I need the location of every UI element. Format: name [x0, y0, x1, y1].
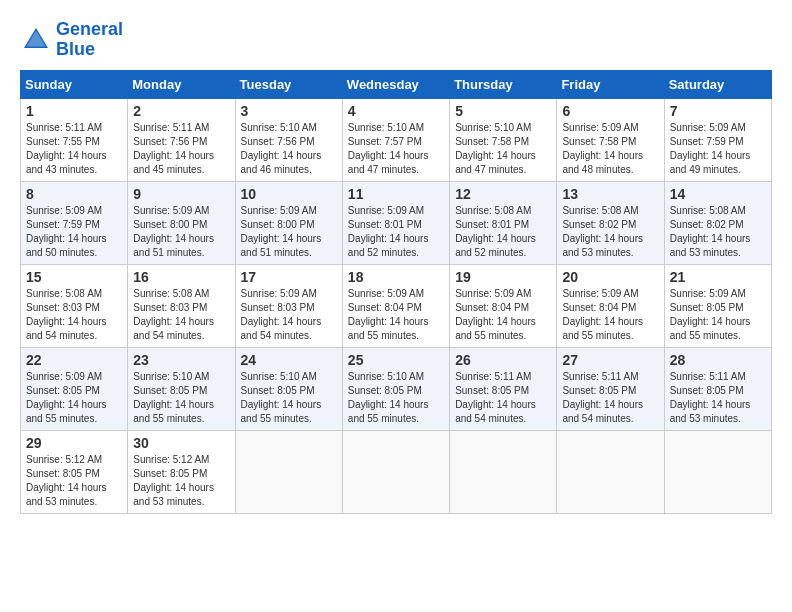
day-info: Sunrise: 5:09 AMSunset: 8:04 PMDaylight:… [562, 287, 658, 343]
calendar-cell: 11Sunrise: 5:09 AMSunset: 8:01 PMDayligh… [342, 181, 449, 264]
day-info: Sunrise: 5:10 AMSunset: 8:05 PMDaylight:… [133, 370, 229, 426]
calendar-week-row: 8Sunrise: 5:09 AMSunset: 7:59 PMDaylight… [21, 181, 772, 264]
calendar-cell: 13Sunrise: 5:08 AMSunset: 8:02 PMDayligh… [557, 181, 664, 264]
calendar-cell: 21Sunrise: 5:09 AMSunset: 8:05 PMDayligh… [664, 264, 771, 347]
logo-text: General Blue [56, 20, 123, 60]
calendar-cell: 28Sunrise: 5:11 AMSunset: 8:05 PMDayligh… [664, 347, 771, 430]
calendar-cell: 23Sunrise: 5:10 AMSunset: 8:05 PMDayligh… [128, 347, 235, 430]
calendar-week-row: 22Sunrise: 5:09 AMSunset: 8:05 PMDayligh… [21, 347, 772, 430]
day-number: 17 [241, 269, 337, 285]
day-number: 12 [455, 186, 551, 202]
day-header-tuesday: Tuesday [235, 70, 342, 98]
day-header-thursday: Thursday [450, 70, 557, 98]
day-info: Sunrise: 5:10 AMSunset: 8:05 PMDaylight:… [241, 370, 337, 426]
day-info: Sunrise: 5:09 AMSunset: 8:00 PMDaylight:… [133, 204, 229, 260]
day-header-saturday: Saturday [664, 70, 771, 98]
calendar-cell [664, 430, 771, 513]
calendar-cell: 25Sunrise: 5:10 AMSunset: 8:05 PMDayligh… [342, 347, 449, 430]
calendar-cell: 19Sunrise: 5:09 AMSunset: 8:04 PMDayligh… [450, 264, 557, 347]
day-number: 1 [26, 103, 122, 119]
calendar-cell: 1Sunrise: 5:11 AMSunset: 7:55 PMDaylight… [21, 98, 128, 181]
day-info: Sunrise: 5:09 AMSunset: 8:05 PMDaylight:… [26, 370, 122, 426]
day-info: Sunrise: 5:09 AMSunset: 7:59 PMDaylight:… [670, 121, 766, 177]
day-info: Sunrise: 5:11 AMSunset: 7:55 PMDaylight:… [26, 121, 122, 177]
calendar-cell: 4Sunrise: 5:10 AMSunset: 7:57 PMDaylight… [342, 98, 449, 181]
page-header: General Blue [20, 20, 772, 60]
day-info: Sunrise: 5:10 AMSunset: 7:57 PMDaylight:… [348, 121, 444, 177]
calendar-cell: 18Sunrise: 5:09 AMSunset: 8:04 PMDayligh… [342, 264, 449, 347]
day-info: Sunrise: 5:08 AMSunset: 8:03 PMDaylight:… [26, 287, 122, 343]
day-number: 20 [562, 269, 658, 285]
calendar-cell: 14Sunrise: 5:08 AMSunset: 8:02 PMDayligh… [664, 181, 771, 264]
calendar-cell: 26Sunrise: 5:11 AMSunset: 8:05 PMDayligh… [450, 347, 557, 430]
day-number: 11 [348, 186, 444, 202]
day-number: 29 [26, 435, 122, 451]
calendar-cell: 17Sunrise: 5:09 AMSunset: 8:03 PMDayligh… [235, 264, 342, 347]
day-number: 8 [26, 186, 122, 202]
day-header-monday: Monday [128, 70, 235, 98]
calendar-cell: 22Sunrise: 5:09 AMSunset: 8:05 PMDayligh… [21, 347, 128, 430]
day-info: Sunrise: 5:11 AMSunset: 8:05 PMDaylight:… [562, 370, 658, 426]
day-info: Sunrise: 5:09 AMSunset: 7:59 PMDaylight:… [26, 204, 122, 260]
day-info: Sunrise: 5:10 AMSunset: 7:56 PMDaylight:… [241, 121, 337, 177]
calendar-cell [235, 430, 342, 513]
day-number: 30 [133, 435, 229, 451]
day-number: 10 [241, 186, 337, 202]
calendar-cell: 3Sunrise: 5:10 AMSunset: 7:56 PMDaylight… [235, 98, 342, 181]
svg-marker-1 [26, 30, 45, 46]
calendar-cell: 24Sunrise: 5:10 AMSunset: 8:05 PMDayligh… [235, 347, 342, 430]
day-info: Sunrise: 5:09 AMSunset: 8:01 PMDaylight:… [348, 204, 444, 260]
day-info: Sunrise: 5:09 AMSunset: 8:05 PMDaylight:… [670, 287, 766, 343]
day-number: 15 [26, 269, 122, 285]
day-info: Sunrise: 5:09 AMSunset: 8:03 PMDaylight:… [241, 287, 337, 343]
day-number: 19 [455, 269, 551, 285]
day-info: Sunrise: 5:08 AMSunset: 8:03 PMDaylight:… [133, 287, 229, 343]
calendar-cell [450, 430, 557, 513]
day-number: 26 [455, 352, 551, 368]
day-number: 7 [670, 103, 766, 119]
day-info: Sunrise: 5:09 AMSunset: 7:58 PMDaylight:… [562, 121, 658, 177]
calendar-cell: 6Sunrise: 5:09 AMSunset: 7:58 PMDaylight… [557, 98, 664, 181]
calendar-cell: 8Sunrise: 5:09 AMSunset: 7:59 PMDaylight… [21, 181, 128, 264]
calendar-cell: 15Sunrise: 5:08 AMSunset: 8:03 PMDayligh… [21, 264, 128, 347]
day-number: 23 [133, 352, 229, 368]
day-header-wednesday: Wednesday [342, 70, 449, 98]
calendar-header-row: SundayMondayTuesdayWednesdayThursdayFrid… [21, 70, 772, 98]
calendar-cell: 9Sunrise: 5:09 AMSunset: 8:00 PMDaylight… [128, 181, 235, 264]
day-number: 25 [348, 352, 444, 368]
calendar-cell [557, 430, 664, 513]
day-number: 16 [133, 269, 229, 285]
day-number: 6 [562, 103, 658, 119]
calendar-cell: 10Sunrise: 5:09 AMSunset: 8:00 PMDayligh… [235, 181, 342, 264]
day-info: Sunrise: 5:11 AMSunset: 8:05 PMDaylight:… [670, 370, 766, 426]
day-info: Sunrise: 5:08 AMSunset: 8:02 PMDaylight:… [670, 204, 766, 260]
day-info: Sunrise: 5:09 AMSunset: 8:04 PMDaylight:… [348, 287, 444, 343]
day-number: 9 [133, 186, 229, 202]
calendar-cell: 27Sunrise: 5:11 AMSunset: 8:05 PMDayligh… [557, 347, 664, 430]
day-info: Sunrise: 5:10 AMSunset: 7:58 PMDaylight:… [455, 121, 551, 177]
calendar-cell [342, 430, 449, 513]
day-info: Sunrise: 5:12 AMSunset: 8:05 PMDaylight:… [26, 453, 122, 509]
day-info: Sunrise: 5:11 AMSunset: 8:05 PMDaylight:… [455, 370, 551, 426]
day-info: Sunrise: 5:08 AMSunset: 8:02 PMDaylight:… [562, 204, 658, 260]
day-number: 14 [670, 186, 766, 202]
day-number: 5 [455, 103, 551, 119]
day-info: Sunrise: 5:12 AMSunset: 8:05 PMDaylight:… [133, 453, 229, 509]
logo: General Blue [20, 20, 123, 60]
day-number: 13 [562, 186, 658, 202]
day-number: 3 [241, 103, 337, 119]
day-number: 2 [133, 103, 229, 119]
day-info: Sunrise: 5:08 AMSunset: 8:01 PMDaylight:… [455, 204, 551, 260]
day-number: 22 [26, 352, 122, 368]
day-number: 24 [241, 352, 337, 368]
day-info: Sunrise: 5:09 AMSunset: 8:04 PMDaylight:… [455, 287, 551, 343]
calendar-cell: 2Sunrise: 5:11 AMSunset: 7:56 PMDaylight… [128, 98, 235, 181]
calendar-table: SundayMondayTuesdayWednesdayThursdayFrid… [20, 70, 772, 514]
day-number: 21 [670, 269, 766, 285]
calendar-cell: 30Sunrise: 5:12 AMSunset: 8:05 PMDayligh… [128, 430, 235, 513]
day-number: 27 [562, 352, 658, 368]
logo-icon [20, 24, 52, 56]
day-info: Sunrise: 5:10 AMSunset: 8:05 PMDaylight:… [348, 370, 444, 426]
calendar-cell: 29Sunrise: 5:12 AMSunset: 8:05 PMDayligh… [21, 430, 128, 513]
calendar-cell: 16Sunrise: 5:08 AMSunset: 8:03 PMDayligh… [128, 264, 235, 347]
